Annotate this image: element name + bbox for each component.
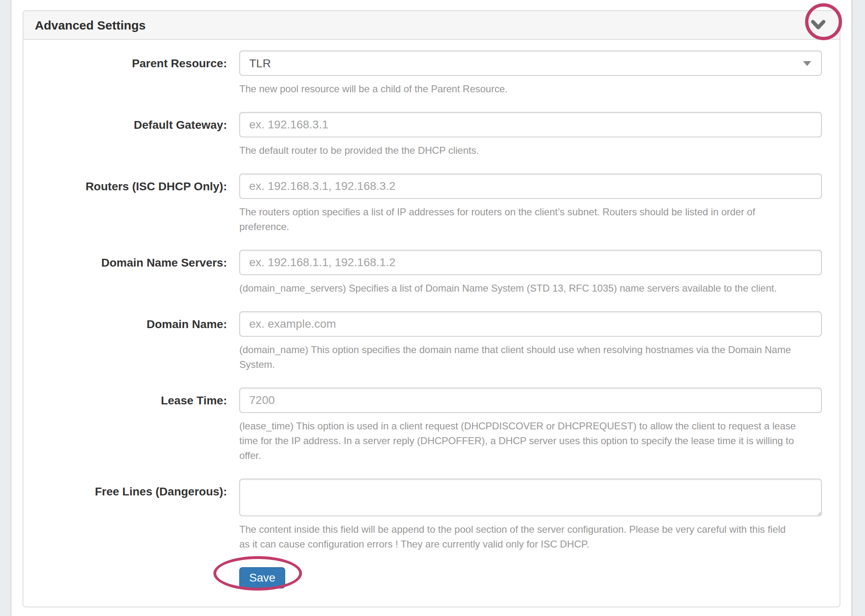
default-gateway-input-col: The default router to be provided the th… <box>233 112 828 158</box>
domain-name-servers-help: (domain_name_servers) Specifies a list o… <box>239 281 822 296</box>
save-button-col: Save <box>233 567 828 589</box>
chevron-down-icon <box>811 25 826 32</box>
default-gateway-help: The default router to be provided the th… <box>239 143 822 158</box>
free-lines-help: The content inside this field will be ap… <box>239 522 822 552</box>
parent-resource-input-col: TLR The new pool resource will be a chil… <box>233 50 828 96</box>
lease-time-help: (lease_time) This option is used in a cl… <box>239 419 822 463</box>
save-row-spacer <box>35 567 233 589</box>
domain-name-servers-input-col: (domain_name_servers) Specifies a list o… <box>233 250 828 296</box>
panel-title: Advanced Settings <box>35 18 146 32</box>
domain-name-help: (domain_name) This option specifies the … <box>239 342 822 372</box>
routers-input[interactable] <box>239 173 822 199</box>
routers-help: The routers option specifies a list of I… <box>239 205 822 234</box>
routers-label: Routers (ISC DHCP Only): <box>35 173 233 234</box>
free-lines-label: Free Lines (Dangerous): <box>35 479 233 552</box>
domain-name-input[interactable] <box>239 311 822 337</box>
domain-name-input-col: (domain_name) This option specifies the … <box>233 311 828 372</box>
free-lines-input-col: The content inside this field will be ap… <box>233 479 828 552</box>
save-button[interactable]: Save <box>239 567 285 589</box>
panel-header: Advanced Settings <box>23 11 840 40</box>
form-row-save: Save <box>35 567 828 589</box>
form-row-parent-resource: Parent Resource: TLR The new pool resour… <box>35 50 828 96</box>
domain-name-servers-label: Domain Name Servers: <box>35 250 233 296</box>
lease-time-label: Lease Time: <box>35 388 233 463</box>
form-row-routers: Routers (ISC DHCP Only): The routers opt… <box>35 173 828 234</box>
parent-resource-select[interactable]: TLR <box>239 50 822 76</box>
parent-resource-label: Parent Resource: <box>35 50 233 96</box>
collapse-toggle-button[interactable] <box>809 18 827 32</box>
advanced-settings-panel: Advanced Settings Parent Resource: <box>23 10 840 607</box>
form-row-lease-time: Lease Time: (lease_time) This option is … <box>35 388 828 463</box>
form-row-default-gateway: Default Gateway: The default router to b… <box>35 112 828 158</box>
form-row-domain-name-servers: Domain Name Servers: (domain_name_server… <box>35 250 828 296</box>
domain-name-servers-input[interactable] <box>239 250 822 275</box>
form-row-domain-name: Domain Name: (domain_name) This option s… <box>35 311 828 372</box>
parent-resource-select-wrap: TLR <box>239 50 822 76</box>
page-background: Advanced Settings Parent Resource: <box>0 0 865 616</box>
lease-time-input-col: (lease_time) This option is used in a cl… <box>233 388 828 463</box>
parent-resource-help: The new pool resource will be a child of… <box>239 82 822 96</box>
routers-input-col: The routers option specifies a list of I… <box>233 173 828 234</box>
lease-time-input[interactable] <box>239 388 822 413</box>
panel-body: Parent Resource: TLR The new pool resour… <box>23 40 840 607</box>
content-area: Advanced Settings Parent Resource: <box>11 0 852 616</box>
form-row-free-lines: Free Lines (Dangerous): The content insi… <box>35 479 828 552</box>
free-lines-textarea[interactable] <box>239 479 822 516</box>
default-gateway-label: Default Gateway: <box>35 112 233 158</box>
default-gateway-input[interactable] <box>239 112 822 137</box>
domain-name-label: Domain Name: <box>35 311 233 372</box>
